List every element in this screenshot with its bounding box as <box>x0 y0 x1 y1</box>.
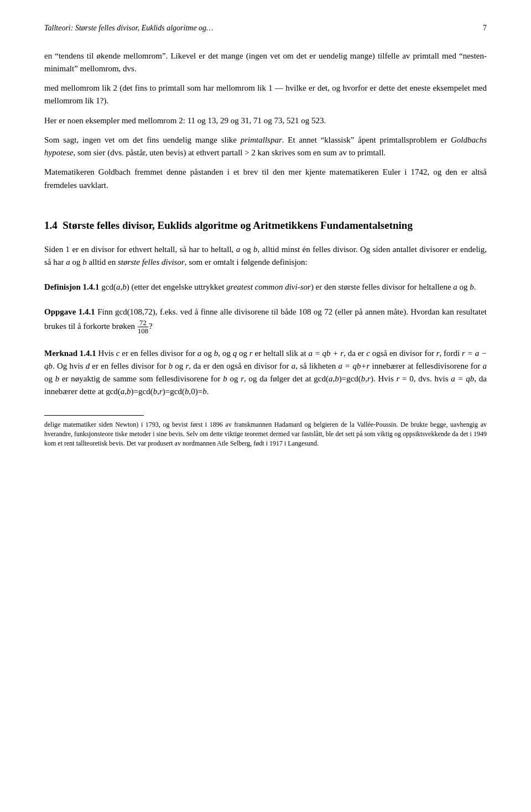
header-title: Tallteori: Største felles divisor, Eukli… <box>44 22 214 34</box>
paragraph-6: Matematikeren Goldbach fremmet denne pås… <box>44 166 487 192</box>
merk-t12: er nøyaktig de samme som fellesdivisoren… <box>59 374 223 383</box>
p4-start: Som sagt, ingen vet om det fins uendelig… <box>44 135 241 144</box>
merk-t8: er en felles divisor for <box>90 362 169 370</box>
oppgave-1-4-1: Oppgave 1.4.1 Finn gcd(108,72), f.eks. v… <box>44 306 487 334</box>
oppgave-label: Oppgave 1.4.1 <box>44 307 95 316</box>
section-intro: Siden 1 er en divisor for ethvert heltal… <box>44 243 487 269</box>
paragraph-1: en “tendens til økende mellomrom”. Likev… <box>44 50 487 76</box>
paragraph-2: med mellomrom lik 2 (det fins to primtal… <box>44 82 487 108</box>
page: Tallteori: Største felles divisor, Eukli… <box>0 0 531 812</box>
s1-text: Siden 1 er en divisor for ethvert heltal… <box>44 245 236 254</box>
def-a: a <box>116 282 121 291</box>
merk-t1: er en felles divisor for <box>119 349 197 358</box>
merk-t18: )=gcd( <box>131 387 153 396</box>
merk-t13: , og da følger det at gcd( <box>244 374 329 383</box>
merknad-label: Merknad 1.4.1 <box>44 349 96 358</box>
fraction-denominator: 108 <box>138 327 148 335</box>
def-italic: greatest common divi‐sor <box>226 282 311 291</box>
oppgave-text: Oppgave 1.4.1 Finn gcd(108,72), f.eks. v… <box>44 306 487 334</box>
merknad-text-block: Merknad 1.4.1 Hvis c er en felles diviso… <box>44 347 487 399</box>
merk-eq3: a = qb+r <box>338 362 369 370</box>
s1-end2: alltid en <box>87 258 118 266</box>
merk-t7: . Og hvis <box>53 362 86 370</box>
page-header: Tallteori: Største felles divisor, Eukli… <box>44 22 487 34</box>
p6-text: Matematikeren Goldbach fremmet denne pås… <box>44 167 487 189</box>
merk-t4: , da er <box>343 349 366 358</box>
definition-label: Definisjon 1.4.1 <box>44 282 100 291</box>
merk-og: og <box>201 349 214 358</box>
merk-b5: b <box>223 374 227 383</box>
merk-og4: og <box>44 374 55 383</box>
p5-start: Et annet “klassisk” åpent primtallsprobl… <box>288 135 451 144</box>
merk-a3: a <box>483 362 487 370</box>
merk-t3: er heltall slik at <box>253 349 309 358</box>
merk-t9: , da er den også en divisor for <box>189 362 291 370</box>
def-text: ) (etter det engelske uttrykket <box>127 282 226 291</box>
definition-1-4-1: Definisjon 1.4.1 gcd(a,b) (etter det eng… <box>44 281 487 294</box>
def-a2: a <box>453 282 457 291</box>
footnote: delige matematiker siden Newton) i 1793,… <box>44 420 487 449</box>
merk-b6: b <box>335 374 339 383</box>
p2-text: med mellomrom lik 2 (det fins to primtal… <box>44 83 487 105</box>
s1-og: og <box>240 245 253 254</box>
merk-text: Hvis <box>96 349 116 358</box>
section-number: 1.4 <box>44 219 58 231</box>
def-text2: ) er den største felles divisor for helt… <box>311 282 453 291</box>
fraction-72-108: 72108 <box>138 319 148 335</box>
p3-text: Her er noen eksempler med mellomrom 2: 1… <box>44 116 326 125</box>
s1-og2: og <box>70 258 83 266</box>
merk-eq4: a = qb <box>451 374 474 383</box>
merk-t6: , fordi <box>440 349 462 358</box>
merk-t16: = 0, dvs. hvis <box>399 374 451 383</box>
merk-t10: , så likheten <box>295 362 338 370</box>
s1-end3: , som er omtalt i følgende definisjon: <box>185 258 308 266</box>
merk-b8: b <box>127 387 131 396</box>
def-b2: b <box>470 282 474 291</box>
paragraph-4: Som sagt, ingen vet om det fins uendelig… <box>44 134 487 160</box>
merk-og5: og <box>227 374 241 383</box>
merk-c2: c <box>366 349 370 358</box>
s1-sfd: største felles divisor <box>118 258 185 266</box>
merk-t14: )=gcd( <box>339 374 361 383</box>
fraction-numerator: 72 <box>138 319 148 327</box>
merk-b11: b <box>202 387 207 396</box>
merk-t20: )= <box>195 387 202 396</box>
header-page-number: 7 <box>483 22 487 34</box>
merk-og3: og <box>173 362 185 370</box>
merk-t15: ). Hvis <box>371 374 397 383</box>
section-title: 1.4 Største felles divisor, Euklids algo… <box>44 218 487 233</box>
merk-end: . <box>207 387 209 396</box>
paragraph-3: Her er noen eksempler med mellomrom 2: 1… <box>44 114 487 127</box>
merk-eq1: a = qb + r <box>308 349 343 358</box>
s1-a2: a <box>66 258 70 266</box>
merk-zero: 0 <box>191 387 195 396</box>
merk-d: d <box>86 362 90 370</box>
p4-end: . <box>282 135 284 144</box>
def-text-start: gcd( <box>100 282 116 291</box>
s1-b2: b <box>82 258 87 266</box>
merk-t5: også en divisor for <box>370 349 436 358</box>
def-end: . <box>474 282 476 291</box>
p4-italic: primtallspar <box>241 135 282 144</box>
merknad-1-4-1: Merknad 1.4.1 Hvis c er en felles diviso… <box>44 347 487 399</box>
def-b: b <box>122 282 127 291</box>
merk-t2: , og <box>218 349 232 358</box>
section-title-text: Største felles divisor, Euklids algoritm… <box>63 219 413 231</box>
oppgave-end: ? <box>149 321 153 330</box>
section-1-4-heading: 1.4 Største felles divisor, Euklids algo… <box>44 218 487 233</box>
merk-t11: innebærer at fellesdivisorene for <box>369 362 482 370</box>
def-og: og <box>457 282 470 291</box>
p1-text: en “tendens til økende mellomrom”. Likev… <box>44 51 487 73</box>
p5-end: , som sier (dvs. påstår, uten bevis) at … <box>73 148 386 157</box>
merk-og2: og <box>237 349 249 358</box>
oppgave-text-span: Finn gcd(108,72), f.eks. ved å finne all… <box>44 307 487 330</box>
s1-b: b <box>253 245 258 254</box>
merk-t19: )=gcd( <box>163 387 185 396</box>
definition-text: Definisjon 1.4.1 gcd(a,b) (etter det eng… <box>44 281 487 294</box>
footnote-rule <box>44 415 144 416</box>
